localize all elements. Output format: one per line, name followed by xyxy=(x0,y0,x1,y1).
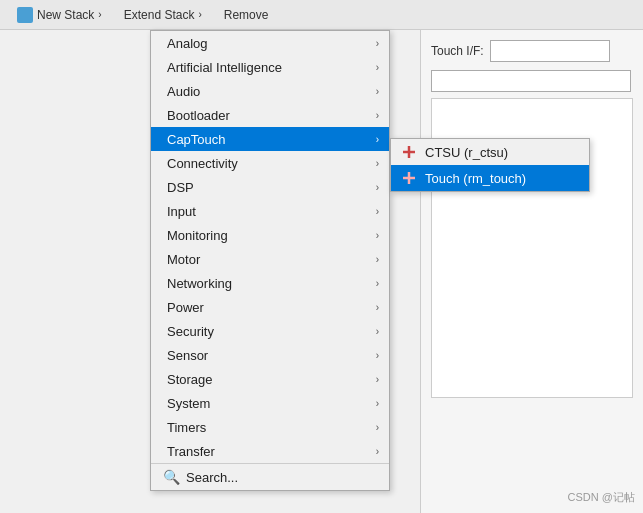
chevron-right-icon: › xyxy=(376,110,379,121)
chevron-right-icon: › xyxy=(376,326,379,337)
watermark: CSDN @记帖 xyxy=(568,490,635,505)
chevron-right-icon: › xyxy=(376,278,379,289)
menu-item-dsp[interactable]: DSP › xyxy=(151,175,389,199)
chevron-right-icon: › xyxy=(198,9,201,20)
chevron-right-icon: › xyxy=(376,230,379,241)
chevron-right-icon: › xyxy=(376,422,379,433)
menu-item-audio[interactable]: Audio › xyxy=(151,79,389,103)
menu-item-captouch[interactable]: CapTouch › xyxy=(151,127,389,151)
rm-touch-label: Touch (rm_touch) xyxy=(425,171,526,186)
menu-item-input[interactable]: Input › xyxy=(151,199,389,223)
search-icon: 🔍 xyxy=(163,469,180,485)
main-area: Touch I/F: Analog › Artificial Intellige… xyxy=(0,30,643,513)
chevron-right-icon: › xyxy=(98,9,101,20)
chevron-right-icon: › xyxy=(376,374,379,385)
menu-item-storage[interactable]: Storage › xyxy=(151,367,389,391)
new-stack-label: New Stack xyxy=(37,8,94,22)
chevron-right-icon: › xyxy=(376,302,379,313)
menu-item-analog[interactable]: Analog › xyxy=(151,31,389,55)
menu-item-timers[interactable]: Timers › xyxy=(151,415,389,439)
chevron-right-icon: › xyxy=(376,62,379,73)
toolbar: New Stack › Extend Stack › Remove xyxy=(0,0,643,30)
captouch-submenu: CTSU (r_ctsu) Touch (rm_touch) xyxy=(390,138,590,192)
menu-item-monitoring[interactable]: Monitoring › xyxy=(151,223,389,247)
remove-button[interactable]: Remove xyxy=(215,5,278,25)
chevron-right-icon: › xyxy=(376,38,379,49)
right-panel-input2[interactable] xyxy=(431,70,631,92)
menu-item-motor[interactable]: Motor › xyxy=(151,247,389,271)
submenu-item-rm-touch[interactable]: Touch (rm_touch) xyxy=(391,165,589,191)
search-label: Search... xyxy=(186,470,238,485)
chevron-right-icon: › xyxy=(376,398,379,409)
chevron-right-icon: › xyxy=(376,446,379,457)
rm-touch-icon xyxy=(401,170,417,186)
touch-if-input[interactable] xyxy=(490,40,610,62)
remove-label: Remove xyxy=(224,8,269,22)
menu-item-sensor[interactable]: Sensor › xyxy=(151,343,389,367)
chevron-right-icon: › xyxy=(376,350,379,361)
main-dropdown-menu: Analog › Artificial Intelligence › Audio… xyxy=(150,30,390,491)
chevron-right-icon: › xyxy=(376,134,379,145)
menu-item-connectivity[interactable]: Connectivity › xyxy=(151,151,389,175)
chevron-right-icon: › xyxy=(376,182,379,193)
new-stack-button[interactable]: New Stack › xyxy=(8,4,111,26)
ctsu-icon xyxy=(401,144,417,160)
new-stack-icon xyxy=(17,7,33,23)
chevron-right-icon: › xyxy=(376,254,379,265)
menu-search-item[interactable]: 🔍 Search... xyxy=(151,463,389,490)
menu-item-ai[interactable]: Artificial Intelligence › xyxy=(151,55,389,79)
chevron-right-icon: › xyxy=(376,206,379,217)
extend-stack-label: Extend Stack xyxy=(124,8,195,22)
touch-if-label: Touch I/F: xyxy=(431,44,484,58)
menu-item-security[interactable]: Security › xyxy=(151,319,389,343)
chevron-right-icon: › xyxy=(376,158,379,169)
chevron-right-icon: › xyxy=(376,86,379,97)
menu-item-transfer[interactable]: Transfer › xyxy=(151,439,389,463)
ctsu-label: CTSU (r_ctsu) xyxy=(425,145,508,160)
menu-item-system[interactable]: System › xyxy=(151,391,389,415)
right-panel: Touch I/F: xyxy=(420,30,643,513)
menu-item-power[interactable]: Power › xyxy=(151,295,389,319)
menu-item-networking[interactable]: Networking › xyxy=(151,271,389,295)
menu-item-bootloader[interactable]: Bootloader › xyxy=(151,103,389,127)
submenu-item-ctsu[interactable]: CTSU (r_ctsu) xyxy=(391,139,589,165)
extend-stack-button[interactable]: Extend Stack › xyxy=(115,5,211,25)
